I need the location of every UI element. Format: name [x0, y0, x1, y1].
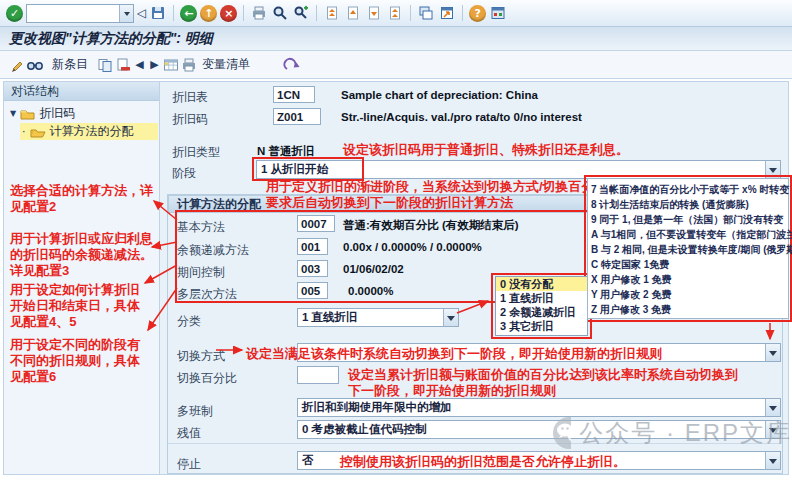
print-list-icon[interactable] — [180, 56, 198, 74]
class-options-popup: 0 没有分配 1 直线折旧 2 余额递减折旧 3 其它折旧 — [495, 276, 588, 336]
pencil-icon[interactable] — [8, 56, 26, 74]
base-method-desc: 普通:有效期百分比 (有效期结束后) — [343, 218, 519, 233]
enter-icon[interactable]: ✓ — [6, 5, 23, 22]
base-method-field[interactable]: 0007 — [297, 215, 335, 232]
note-depreciation-type: 设定该折旧码用于普通折旧、特殊折旧还是利息。 — [343, 142, 629, 158]
class-option[interactable]: 2 余额递减折旧 — [496, 305, 587, 319]
changeover-option: A 与1相同，但不要设置转变年（指定部门波兰） — [591, 227, 785, 242]
dropdown-arrow-icon[interactable] — [765, 452, 780, 469]
dropdown-arrow-icon[interactable] — [443, 309, 458, 326]
glasses-icon[interactable] — [26, 56, 44, 74]
chart-of-depreciation-label: 折旧表 — [172, 89, 208, 106]
depreciation-key-field[interactable]: Z001 — [273, 108, 321, 125]
depreciation-key-desc: Str.-line/Acquis. val./pro rata/to 0/no … — [341, 111, 582, 123]
back-icon[interactable]: ← — [180, 5, 197, 22]
base-method-label: 基本方法 — [177, 219, 225, 236]
command-input[interactable] — [27, 5, 119, 22]
chart-of-depreciation-field[interactable]: 1CN — [273, 86, 315, 103]
multilevel-method-desc: 0.0000% — [348, 285, 393, 297]
tree-expander-icon[interactable]: ▼ — [10, 109, 16, 118]
delete-entry-icon[interactable] — [114, 56, 132, 74]
class-option[interactable]: 3 其它折旧 — [496, 319, 587, 333]
shortcut-icon[interactable] — [438, 4, 456, 22]
help-icon[interactable]: ? — [469, 5, 486, 22]
find-next-icon[interactable] — [292, 4, 310, 22]
dropdown-arrow-icon[interactable] — [765, 161, 780, 178]
changeover-percent-field[interactable] — [297, 366, 339, 384]
note-changeover: 设定当满足该条件时系统自动切换到下一阶段，即开始使用新的折旧规则 — [246, 346, 662, 362]
copy-icon[interactable] — [96, 56, 114, 74]
phase-label: 阶段 — [172, 165, 196, 182]
multilevel-method-label: 多层次方法 — [177, 286, 237, 303]
undo-icon[interactable] — [282, 56, 300, 74]
dropdown-arrow-icon[interactable] — [765, 344, 780, 361]
previous-entry-icon[interactable]: ◀ — [132, 58, 147, 71]
changeover-option: X 用户修改 1 免费 — [591, 272, 785, 287]
depreciation-type-value: N 普通折旧 — [257, 144, 315, 159]
title-bar: 更改视图"计算方法的分配": 明细 — [0, 27, 792, 51]
period-control-desc: 01/06/02/02 — [343, 263, 404, 275]
scrap-value-select[interactable]: 0 考虑被截止值代码控制 — [297, 420, 781, 439]
class-option[interactable]: 0 没有分配 — [496, 277, 587, 291]
last-page-icon[interactable] — [386, 4, 404, 22]
folder-icon — [20, 108, 35, 120]
declining-balance-field[interactable]: 001 — [297, 238, 328, 255]
changeover-option: Y 用户修改 2 免费 — [591, 287, 785, 302]
table-view-icon[interactable] — [162, 56, 180, 74]
depreciation-type-label: 折旧类型 — [172, 144, 220, 161]
next-entry-icon[interactable]: ▶ — [147, 58, 162, 71]
previous-page-icon[interactable] — [344, 4, 362, 22]
variable-list-button[interactable]: 变量清单 — [198, 56, 254, 73]
changeover-options-list: 7 当帐面净值的百分比小于或等于 x% 时转变 8 计划生活结束后的转换 (通货… — [587, 178, 789, 319]
depreciation-key-label: 折旧码 — [172, 111, 208, 128]
dropdown-arrow-icon[interactable] — [765, 421, 780, 438]
changeover-option: 7 当帐面净值的百分比小于或等于 x% 时转变 — [591, 182, 785, 197]
exit-icon[interactable]: ↑ — [200, 5, 217, 22]
next-page-icon[interactable] — [365, 4, 383, 22]
folder-open-icon — [30, 126, 46, 138]
note-changeover-percent: 设定当累计折旧额与账面价值的百分比达到该比率时系统自动切换到下一阶段，即开始使用… — [348, 367, 750, 399]
period-control-field[interactable]: 003 — [297, 260, 328, 277]
first-page-icon[interactable] — [323, 4, 341, 22]
tree-item-calc-method-assignment[interactable]: · 计算方法的分配 — [20, 123, 158, 140]
changeover-method-label: 切换方式 — [177, 348, 225, 365]
declining-balance-desc: 0.00x / 0.0000% / 0.0000% — [343, 241, 482, 253]
form-divider — [168, 443, 781, 444]
new-entries-button[interactable]: 新条目 — [48, 56, 92, 73]
page-title: 更改视图"计算方法的分配": 明细 — [9, 30, 213, 48]
multiple-shift-label: 多班制 — [177, 403, 213, 420]
note-phase: 用于定义折旧的渐进阶段，当系统达到切换方式/切换百分比的要求后自动切换到下一阶段… — [266, 179, 624, 211]
note-period-control: 用于设定如何计算折旧开始日和结束日，具体见配置4、5 — [10, 282, 148, 330]
save-icon[interactable] — [149, 4, 167, 22]
changeover-option: Z 用户修改 3 免费 — [591, 302, 785, 317]
note-shutdown: 控制使用该折旧码的折旧范围是否允许停止折旧。 — [340, 454, 626, 470]
changeover-percent-label: 切换百分比 — [177, 370, 237, 387]
find-icon[interactable] — [271, 4, 289, 22]
multiple-shift-select[interactable]: 折旧和到期使用年限中的增加 — [297, 398, 781, 417]
tree-item-depreciation-key[interactable]: ▼ 折旧码 — [10, 105, 75, 122]
dropdown-arrow-icon[interactable] — [765, 399, 780, 416]
system-toolbar: ✓ ◁ ← ↑ × — [0, 0, 792, 27]
print-icon[interactable] — [250, 4, 268, 22]
phase-select[interactable]: 1 从折旧开始 — [256, 160, 781, 179]
customize-icon[interactable] — [489, 4, 507, 22]
sap-window: ✓ ◁ ← ↑ × — [0, 0, 792, 481]
changeover-option: B 与 2 相同, 但是未设置转换年度/期间 (俄罗斯) — [591, 242, 785, 257]
changeover-option: 9 同于 1, 但是第一年（法国）部门没有转变 — [591, 212, 785, 227]
new-session-icon[interactable] — [417, 4, 435, 22]
class-label: 分类 — [177, 313, 201, 330]
declining-balance-label: 余额递减方法 — [177, 242, 249, 259]
changeover-option: C 特定国家 1免费 — [591, 257, 785, 272]
command-dropdown-icon[interactable] — [119, 5, 133, 22]
note-base-method: 选择合适的计算方法，详见配置2 — [10, 183, 160, 215]
shutdown-label: 停止 — [177, 456, 201, 473]
enter-left-icon[interactable]: ◁ — [137, 6, 146, 20]
command-field — [26, 4, 134, 23]
cancel-icon[interactable]: × — [220, 5, 237, 22]
application-toolbar: 新条目 ◀ ▶ 变量清单 — [0, 51, 792, 79]
multilevel-method-field[interactable]: 005 — [297, 282, 328, 299]
changeover-option: 8 计划生活结束后的转换 (通货膨胀) — [591, 197, 785, 212]
class-select[interactable]: 1 直线折旧 — [297, 308, 459, 327]
class-option[interactable]: 1 直线折旧 — [496, 291, 587, 305]
chart-of-depreciation-desc: Sample chart of depreciation: China — [341, 89, 538, 101]
